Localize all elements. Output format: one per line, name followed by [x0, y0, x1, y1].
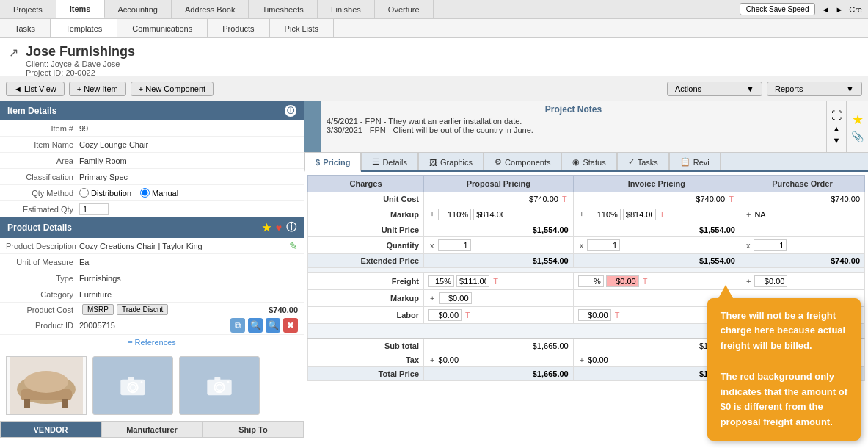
ship-to-tab[interactable]: Ship To — [203, 422, 304, 438]
product-id-label: Product ID — [6, 321, 79, 330]
freight-proposal-t[interactable]: T — [492, 277, 500, 286]
freight-proposal-pct-input[interactable] — [428, 275, 454, 287]
vendor-tab[interactable]: VENDOR — [0, 422, 101, 438]
freight-proposal-val-input[interactable] — [456, 275, 489, 287]
favorite-star-icon[interactable]: ★ — [262, 222, 271, 234]
nav-products[interactable]: Products — [208, 19, 269, 37]
unit-cost-proposal-t[interactable]: T — [561, 195, 569, 203]
unit-price-label: Unit Price — [308, 223, 424, 237]
search-product-icon[interactable]: 🔍 — [248, 318, 263, 333]
note-1: 4/5/2021 - FPN - They want an earlier in… — [327, 117, 820, 126]
favorite-heart-icon[interactable]: ♥ — [276, 222, 282, 234]
unit-price-invoice: $1,554.00 — [573, 223, 740, 237]
camera-placeholder-2[interactable] — [179, 356, 260, 415]
notes-expand-icon[interactable]: ⛶ — [831, 109, 842, 121]
notes-scroll-down[interactable]: ▼ — [833, 136, 841, 145]
edit-desc-icon[interactable]: ✎ — [289, 240, 298, 252]
freight-invoice-t[interactable]: T — [641, 277, 649, 286]
labor-label: Labor — [308, 307, 424, 324]
nav-projects[interactable]: Projects — [0, 0, 56, 18]
graphics-tab-icon: 🖼 — [429, 158, 437, 167]
freight-po-input[interactable] — [754, 275, 787, 287]
area-value[interactable]: Family Room — [79, 156, 298, 165]
new-component-button[interactable]: + New Component — [131, 82, 214, 96]
nav-timesheets[interactable]: Timesheets — [249, 0, 317, 18]
new-item-button[interactable]: + New Item — [69, 82, 126, 96]
nav-pick-lists[interactable]: Pick Lists — [270, 19, 334, 37]
actions-dropdown[interactable]: Actions ▼ — [667, 82, 762, 96]
nav-address-book[interactable]: Address Book — [172, 0, 249, 18]
tab-tasks[interactable]: ✓ Tasks — [617, 153, 669, 170]
markup-invoice-pct-input[interactable] — [588, 209, 621, 220]
markup-proposal-val-input[interactable] — [473, 209, 506, 220]
manual-radio[interactable]: Manual — [140, 188, 178, 198]
nav-overture[interactable]: Overture — [375, 0, 434, 18]
freight-markup-proposal-input[interactable] — [439, 292, 472, 304]
references-button[interactable]: ≡ References — [128, 338, 176, 347]
estimated-qty-input[interactable] — [79, 203, 109, 215]
product-desc-label: Product Description — [6, 242, 79, 250]
distribution-radio[interactable]: Distribution — [79, 188, 131, 198]
labor-proposal-t[interactable]: T — [464, 311, 472, 319]
product-cost-row: Product Cost MSRP Trade Discnt $740.00 — [0, 303, 304, 317]
nav-accounting[interactable]: Accounting — [105, 0, 172, 18]
category-value: Furniture — [79, 290, 298, 299]
notes-clip-icon[interactable]: 📎 — [851, 131, 864, 142]
product-info-icon[interactable]: ⓘ — [286, 221, 296, 234]
quantity-proposal-input[interactable] — [438, 239, 471, 251]
copy-product-icon[interactable]: ⧉ — [230, 318, 245, 333]
freight-invoice-val-input[interactable] — [606, 275, 639, 287]
markup-proposal-pct-input[interactable] — [438, 209, 471, 220]
labor-invoice-t[interactable]: T — [613, 311, 621, 319]
product-image[interactable] — [6, 356, 87, 415]
item-name-value[interactable]: Cozy Lounge Chair — [79, 140, 298, 149]
link-product-icon[interactable]: 🔍 — [266, 318, 280, 333]
tax-label: Tax — [308, 353, 424, 366]
proposal-pricing-header: Proposal Pricing — [424, 176, 574, 192]
notes-scroll-up[interactable]: ▲ — [833, 124, 841, 133]
tab-revi[interactable]: 📋 Revi — [669, 153, 721, 170]
freight-invoice-pct-input[interactable] — [578, 275, 604, 287]
manufacturer-tab[interactable]: Manufacturer — [101, 422, 203, 438]
markup-invoice-t[interactable]: T — [658, 210, 666, 219]
tab-pricing[interactable]: $ Pricing — [304, 153, 361, 172]
external-link-icon[interactable]: ↗ — [9, 46, 18, 59]
nav-templates[interactable]: Templates — [51, 19, 117, 37]
markup-invoice-val-input[interactable] — [623, 209, 656, 220]
tooltip-wrapper: There will not be a freight charge here … — [707, 298, 861, 441]
tab-details[interactable]: ☰ Details — [361, 153, 418, 170]
item-details-info-icon[interactable]: ⓘ — [285, 105, 296, 117]
camera-placeholder-1[interactable] — [92, 356, 173, 415]
quantity-po-input[interactable] — [754, 239, 787, 251]
labor-invoice-input[interactable] — [578, 309, 611, 321]
notes-title: Project Notes — [327, 104, 820, 115]
trade-discnt-button[interactable]: Trade Discnt — [117, 304, 168, 315]
nav-communications[interactable]: Communications — [117, 19, 208, 37]
nav-arrow-left[interactable]: ◄ — [821, 5, 829, 14]
list-view-button[interactable]: ◄ List View — [6, 82, 65, 96]
quantity-invoice-input[interactable] — [587, 239, 620, 251]
notes-section: Project Notes 4/5/2021 - FPN - They want… — [304, 101, 868, 153]
second-nav-bar: Tasks Templates Communications Products … — [0, 19, 868, 38]
unit-cost-invoice-t[interactable]: T — [727, 195, 735, 203]
nav-tasks[interactable]: Tasks — [0, 19, 51, 37]
tab-graphics[interactable]: 🖼 Graphics — [418, 153, 484, 170]
charges-header: Charges — [308, 176, 424, 192]
pricing-tab-icon: $ — [316, 158, 320, 167]
vendor-tabs: VENDOR Manufacturer Ship To — [0, 421, 304, 438]
nav-finishes[interactable]: Finishes — [318, 0, 375, 18]
product-desc-value[interactable]: Cozy Creations Chair | Taylor King — [79, 242, 289, 250]
notes-star-icon[interactable]: ★ — [852, 112, 864, 128]
check-save-button[interactable]: Check Save Speed — [740, 3, 816, 15]
tab-components[interactable]: ⚙ Components — [484, 153, 561, 170]
msrp-button[interactable]: MSRP — [82, 304, 114, 315]
qty-method-label: Qty Method — [6, 189, 79, 198]
delete-product-icon[interactable]: ✖ — [283, 318, 298, 333]
tab-status[interactable]: ◉ Status — [561, 153, 616, 170]
reports-dropdown[interactable]: Reports ▼ — [767, 82, 862, 96]
labor-proposal-input[interactable] — [428, 309, 462, 321]
nav-arrow-right[interactable]: ► — [835, 5, 843, 14]
unit-measure-value[interactable]: Ea — [79, 258, 298, 267]
action-icons: ⧉ 🔍 🔍 ✖ — [230, 318, 298, 333]
nav-items[interactable]: Items — [56, 0, 105, 18]
